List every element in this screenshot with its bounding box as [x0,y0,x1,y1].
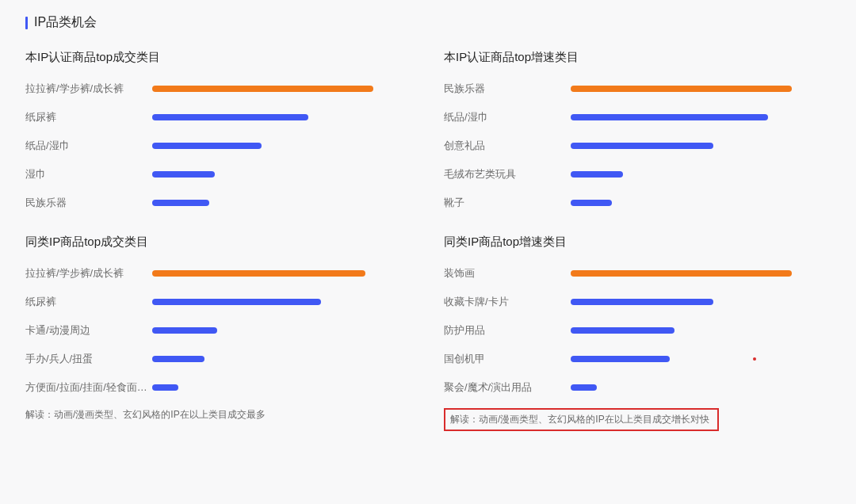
bar-label: 装饰画 [444,266,571,281]
bar-fill [571,299,713,305]
bar-track [152,171,412,178]
bar-fill [152,327,217,334]
bar-fill [152,270,365,277]
bar-label: 聚会/魔术/演出用品 [444,380,571,395]
bar-row: 装饰画 [444,264,831,283]
bar-list: 拉拉裤/学步裤/成长裤 纸尿裤 纸品/湿巾 [25,79,412,212]
bar-label: 毛绒布艺类玩具 [444,167,571,181]
panels-grid: 本IP认证商品top成交类目 拉拉裤/学步裤/成长裤 纸尿裤 纸品/湿巾 [25,50,831,431]
bar-fill [571,86,792,92]
bar-label: 方便面/拉面/挂面/轻食面速食 [25,380,152,395]
bar-track [152,143,412,149]
bar-fill [571,270,792,277]
bar-row: 国创机甲 [444,349,831,368]
bar-row: 防护用品 [444,321,831,340]
bar-row: 拉拉裤/学步裤/成长裤 [25,79,412,98]
bar-fill [152,143,262,149]
bar-track [571,171,831,178]
bar-row: 方便面/拉面/挂面/轻食面速食 [25,378,412,397]
bar-list: 拉拉裤/学步裤/成长裤 纸尿裤 卡通/动漫周边 [25,264,412,397]
panel-title: 本IP认证商品top增速类目 [444,50,831,65]
bar-track [152,299,412,305]
bar-fill [152,200,209,206]
page-root: IP品类机会 本IP认证商品top成交类目 拉拉裤/学步裤/成长裤 纸尿裤 [0,0,856,441]
bar-label: 国创机甲 [444,352,571,366]
bar-row: 民族乐器 [25,193,412,212]
bar-track [571,270,831,277]
bar-label: 靴子 [444,196,571,210]
title-marker-icon [25,17,28,29]
bar-label: 纸尿裤 [25,110,152,124]
bar-fill [152,299,321,305]
page-title-text: IP品类机会 [34,14,97,31]
bar-fill [571,327,674,334]
bar-track [571,86,831,92]
bar-track [571,114,831,120]
bar-label: 拉拉裤/学步裤/成长裤 [25,266,152,281]
bar-label: 民族乐器 [25,196,152,210]
bar-label: 手办/兵人/扭蛋 [25,352,152,366]
bar-track [571,299,831,305]
bar-label: 湿巾 [25,167,152,181]
bar-label: 卡通/动漫周边 [25,323,152,338]
bar-fill [571,200,612,206]
bar-row: 收藏卡牌/卡片 [444,292,831,311]
panel-title: 本IP认证商品top成交类目 [25,50,412,65]
bar-label: 纸尿裤 [25,295,152,309]
bar-track [571,384,831,391]
bar-track [152,270,412,277]
bar-list: 装饰画 收藏卡牌/卡片 防护用品 [444,264,831,397]
bar-track [571,143,831,149]
panel-similar-growth: 同类IP商品top增速类目 装饰画 收藏卡牌/卡片 防护用品 [444,235,831,431]
bar-track [152,114,412,120]
panel-similar-transaction: 同类IP商品top成交类目 拉拉裤/学步裤/成长裤 纸尿裤 卡通/动漫周边 [25,235,412,431]
bar-fill [571,114,768,120]
bar-row: 湿巾 [25,165,412,184]
bar-label: 纸品/湿巾 [444,110,571,124]
bar-track [152,384,412,391]
bar-label: 防护用品 [444,323,571,338]
bar-row: 民族乐器 [444,79,831,98]
bar-track [152,86,412,92]
bar-row: 纸尿裤 [25,108,412,127]
marker-dot-icon [753,357,756,361]
bar-fill [152,86,373,92]
bar-label: 创意礼品 [444,139,571,153]
bar-list: 民族乐器 纸品/湿巾 创意礼品 [444,79,831,212]
bar-row: 卡通/动漫周边 [25,321,412,340]
bar-fill [571,143,713,149]
bar-row: 毛绒布艺类玩具 [444,165,831,184]
bar-fill [571,384,597,391]
bar-track [152,200,412,206]
bar-fill [152,114,308,120]
page-title: IP品类机会 [25,14,831,31]
panel-top-transaction: 本IP认证商品top成交类目 拉拉裤/学步裤/成长裤 纸尿裤 纸品/湿巾 [25,50,412,212]
bar-fill [152,384,178,391]
bar-track [571,356,831,362]
bar-label: 纸品/湿巾 [25,139,152,153]
bar-fill [571,356,670,362]
bar-label: 收藏卡牌/卡片 [444,295,571,309]
bar-row: 靴子 [444,193,831,212]
bar-row: 拉拉裤/学步裤/成长裤 [25,264,412,283]
bar-row: 创意礼品 [444,136,831,155]
bar-row: 手办/兵人/扭蛋 [25,349,412,368]
bar-track [571,327,831,334]
bar-label: 民族乐器 [444,82,571,96]
bar-row: 纸品/湿巾 [444,108,831,127]
panel-footnote-highlighted: 解读：动画/漫画类型、玄幻风格的IP在以上类目成交增长对快 [444,408,719,431]
panel-title: 同类IP商品top增速类目 [444,235,831,250]
panel-footnote: 解读：动画/漫画类型、玄幻风格的IP在以上类目成交最多 [25,408,412,422]
bar-fill [152,356,204,362]
bar-fill [152,171,215,178]
panel-title: 同类IP商品top成交类目 [25,235,412,250]
bar-track [571,200,831,206]
bar-label: 拉拉裤/学步裤/成长裤 [25,82,152,96]
panel-top-growth: 本IP认证商品top增速类目 民族乐器 纸品/湿巾 创意礼品 [444,50,831,212]
bar-track [152,356,412,362]
bar-row: 纸尿裤 [25,292,412,311]
bar-row: 聚会/魔术/演出用品 [444,378,831,397]
bar-fill [571,171,623,178]
bar-track [152,327,412,334]
bar-row: 纸品/湿巾 [25,136,412,155]
